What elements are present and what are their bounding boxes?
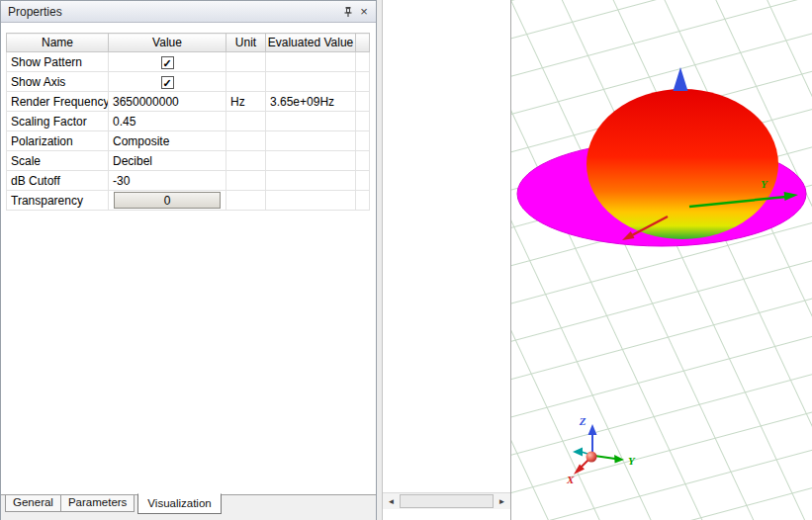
3d-viewport[interactable]: Y Z Y X: [510, 0, 812, 520]
origin-sphere: [586, 452, 597, 463]
close-button[interactable]: ×: [356, 4, 372, 20]
table-row: Show Axis ✓: [7, 72, 370, 92]
evaluated-cell: [266, 112, 356, 131]
evaluated-cell: [266, 72, 356, 92]
spare-cell: [356, 131, 370, 151]
spare-cell: [356, 112, 370, 131]
evaluated-cell: [266, 151, 356, 171]
table-row: dB Cutoff -30: [7, 171, 370, 191]
db-cutoff-value[interactable]: -30: [109, 171, 226, 191]
pin-button[interactable]: [340, 4, 356, 20]
unit-cell: [226, 112, 266, 131]
panel-title: Properties: [8, 5, 340, 19]
pin-icon: [342, 6, 354, 18]
cs-z-label: Z: [579, 415, 586, 427]
unit-cell: [226, 171, 266, 191]
properties-titlebar: Properties ×: [1, 1, 376, 23]
column-header-unit: Unit: [226, 34, 266, 52]
cs-x-label: X: [566, 474, 575, 485]
properties-table: Name Value Unit Evaluated Value Show Pat…: [6, 33, 370, 211]
spare-cell: [356, 151, 370, 171]
table-row: Transparency 0: [7, 191, 370, 211]
evaluated-cell: 3.65e+09Hz: [266, 92, 356, 112]
unit-cell: [226, 72, 266, 92]
scroll-left-icon: ◄: [388, 497, 396, 506]
tab-parameters[interactable]: Parameters: [60, 495, 135, 512]
render-frequency-value[interactable]: 3650000000: [109, 92, 226, 112]
row-label: Show Pattern: [7, 52, 109, 72]
tab-general[interactable]: General: [5, 495, 61, 512]
radiation-pattern-dome[interactable]: [586, 89, 778, 239]
viewport-canvas[interactable]: Y Z Y X: [511, 0, 812, 520]
evaluated-cell: [266, 52, 356, 72]
unit-cell: [226, 131, 266, 151]
spare-cell: [356, 92, 370, 112]
transparency-value-cell: 0: [109, 191, 226, 211]
table-row: Show Pattern ✓: [7, 52, 370, 72]
row-label: Render Frequency: [7, 92, 109, 112]
polarization-value[interactable]: Composite: [109, 131, 226, 151]
row-label: Show Axis: [7, 72, 109, 92]
tab-visualization[interactable]: Visualization: [137, 493, 221, 514]
horizontal-scrollbar[interactable]: ◄ ►: [383, 492, 510, 509]
spare-cell: [356, 52, 370, 72]
table-row: Scaling Factor 0.45: [7, 112, 370, 131]
unit-cell: [226, 52, 266, 72]
evaluated-cell: [266, 131, 356, 151]
grid-lines-steep: [511, 0, 812, 520]
scrollbar-thumb[interactable]: [400, 494, 494, 508]
evaluated-cell: [266, 171, 356, 191]
bottom-tab-strip: General Parameters Visualization: [1, 494, 376, 520]
show-pattern-value-cell[interactable]: ✓: [109, 52, 226, 72]
scaling-factor-value[interactable]: 0.45: [109, 112, 226, 131]
unit-cell: [226, 191, 266, 211]
table-row: Render Frequency 3650000000 Hz 3.65e+09H…: [7, 92, 370, 112]
scroll-left-button[interactable]: ◄: [383, 493, 400, 509]
close-icon: ×: [360, 5, 368, 19]
spare-cell: [356, 72, 370, 92]
row-label: Scaling Factor: [7, 112, 109, 131]
properties-panel: Properties × Name Value Unit: [0, 0, 377, 520]
row-label: dB Cutoff: [7, 171, 109, 191]
show-axis-checkbox[interactable]: ✓: [161, 76, 174, 89]
row-label: Polarization: [7, 131, 109, 151]
scale-value[interactable]: Decibel: [109, 151, 226, 171]
show-axis-value-cell[interactable]: ✓: [109, 72, 226, 92]
table-row: Polarization Composite: [7, 131, 370, 151]
application-window: Properties × Name Value Unit: [0, 0, 812, 520]
show-pattern-checkbox[interactable]: ✓: [161, 56, 174, 69]
column-header-value: Value: [109, 34, 226, 52]
evaluated-cell: [266, 191, 356, 211]
unit-cell: Hz: [226, 92, 266, 112]
column-header-evaluated-value: Evaluated Value: [266, 34, 356, 52]
table-row: Scale Decibel: [7, 151, 370, 171]
spare-cell: [356, 191, 370, 211]
scroll-right-button[interactable]: ►: [494, 493, 510, 509]
table-header-row: Name Value Unit Evaluated Value: [7, 34, 370, 52]
unit-cell: [226, 151, 266, 171]
row-label: Transparency: [7, 191, 109, 211]
transparency-button[interactable]: 0: [114, 192, 221, 209]
column-header-spare: [356, 34, 370, 52]
empty-pane: ◄ ►: [383, 0, 510, 520]
column-header-name: Name: [7, 34, 109, 52]
spare-cell: [356, 171, 370, 191]
scroll-right-icon: ►: [498, 497, 506, 506]
row-label: Scale: [7, 151, 109, 171]
